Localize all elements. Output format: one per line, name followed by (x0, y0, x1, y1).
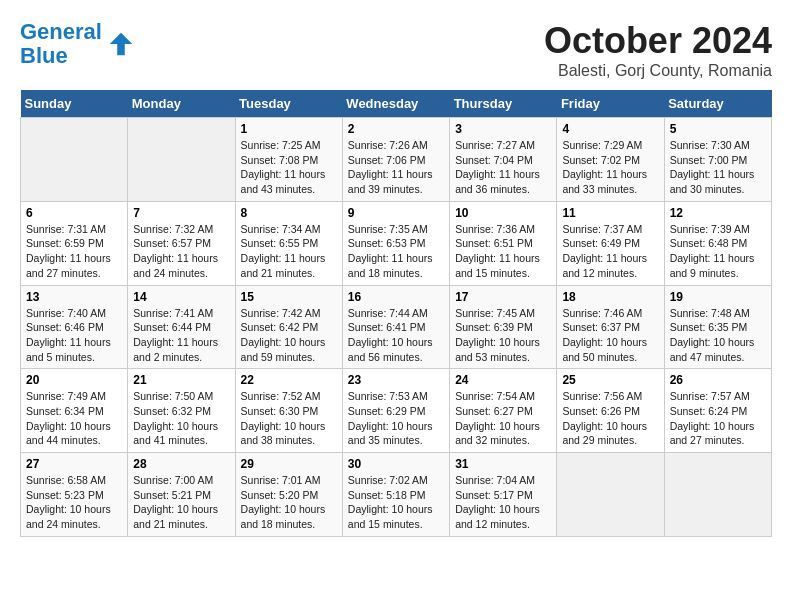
calendar-cell: 22Sunrise: 7:52 AMSunset: 6:30 PMDayligh… (235, 369, 342, 453)
day-number: 28 (133, 457, 229, 471)
calendar-cell: 23Sunrise: 7:53 AMSunset: 6:29 PMDayligh… (342, 369, 449, 453)
day-number: 15 (241, 290, 337, 304)
calendar-week-row: 27Sunrise: 6:58 AMSunset: 5:23 PMDayligh… (21, 453, 772, 537)
day-of-week-header: Sunday (21, 90, 128, 118)
calendar-cell: 12Sunrise: 7:39 AMSunset: 6:48 PMDayligh… (664, 201, 771, 285)
day-number: 24 (455, 373, 551, 387)
day-number: 14 (133, 290, 229, 304)
day-number: 26 (670, 373, 766, 387)
day-of-week-header: Friday (557, 90, 664, 118)
day-number: 3 (455, 122, 551, 136)
day-info: Sunrise: 7:04 AMSunset: 5:17 PMDaylight:… (455, 473, 551, 532)
calendar-cell (664, 453, 771, 537)
calendar-cell: 29Sunrise: 7:01 AMSunset: 5:20 PMDayligh… (235, 453, 342, 537)
day-info: Sunrise: 7:36 AMSunset: 6:51 PMDaylight:… (455, 222, 551, 281)
day-number: 12 (670, 206, 766, 220)
calendar-cell: 28Sunrise: 7:00 AMSunset: 5:21 PMDayligh… (128, 453, 235, 537)
day-info: Sunrise: 7:31 AMSunset: 6:59 PMDaylight:… (26, 222, 122, 281)
calendar-cell: 31Sunrise: 7:04 AMSunset: 5:17 PMDayligh… (450, 453, 557, 537)
day-number: 29 (241, 457, 337, 471)
calendar-table: SundayMondayTuesdayWednesdayThursdayFrid… (20, 90, 772, 537)
calendar-cell: 7Sunrise: 7:32 AMSunset: 6:57 PMDaylight… (128, 201, 235, 285)
day-of-week-header: Saturday (664, 90, 771, 118)
day-number: 19 (670, 290, 766, 304)
calendar-cell: 18Sunrise: 7:46 AMSunset: 6:37 PMDayligh… (557, 285, 664, 369)
day-info: Sunrise: 7:57 AMSunset: 6:24 PMDaylight:… (670, 389, 766, 448)
calendar-cell: 2Sunrise: 7:26 AMSunset: 7:06 PMDaylight… (342, 118, 449, 202)
day-number: 18 (562, 290, 658, 304)
day-info: Sunrise: 7:49 AMSunset: 6:34 PMDaylight:… (26, 389, 122, 448)
day-number: 21 (133, 373, 229, 387)
calendar-cell: 4Sunrise: 7:29 AMSunset: 7:02 PMDaylight… (557, 118, 664, 202)
calendar-cell: 6Sunrise: 7:31 AMSunset: 6:59 PMDaylight… (21, 201, 128, 285)
calendar-cell: 25Sunrise: 7:56 AMSunset: 6:26 PMDayligh… (557, 369, 664, 453)
day-info: Sunrise: 7:00 AMSunset: 5:21 PMDaylight:… (133, 473, 229, 532)
day-number: 8 (241, 206, 337, 220)
calendar-header-row: SundayMondayTuesdayWednesdayThursdayFrid… (21, 90, 772, 118)
month-title: October 2024 (544, 20, 772, 62)
day-number: 23 (348, 373, 444, 387)
day-number: 22 (241, 373, 337, 387)
day-info: Sunrise: 6:58 AMSunset: 5:23 PMDaylight:… (26, 473, 122, 532)
calendar-cell: 24Sunrise: 7:54 AMSunset: 6:27 PMDayligh… (450, 369, 557, 453)
day-number: 20 (26, 373, 122, 387)
logo-icon (106, 29, 136, 59)
day-info: Sunrise: 7:42 AMSunset: 6:42 PMDaylight:… (241, 306, 337, 365)
day-info: Sunrise: 7:27 AMSunset: 7:04 PMDaylight:… (455, 138, 551, 197)
day-number: 2 (348, 122, 444, 136)
day-number: 7 (133, 206, 229, 220)
calendar-cell (128, 118, 235, 202)
day-info: Sunrise: 7:32 AMSunset: 6:57 PMDaylight:… (133, 222, 229, 281)
day-info: Sunrise: 7:30 AMSunset: 7:00 PMDaylight:… (670, 138, 766, 197)
calendar-cell: 21Sunrise: 7:50 AMSunset: 6:32 PMDayligh… (128, 369, 235, 453)
day-info: Sunrise: 7:50 AMSunset: 6:32 PMDaylight:… (133, 389, 229, 448)
day-info: Sunrise: 7:40 AMSunset: 6:46 PMDaylight:… (26, 306, 122, 365)
logo: GeneralBlue (20, 20, 136, 68)
calendar-cell: 27Sunrise: 6:58 AMSunset: 5:23 PMDayligh… (21, 453, 128, 537)
day-info: Sunrise: 7:29 AMSunset: 7:02 PMDaylight:… (562, 138, 658, 197)
day-info: Sunrise: 7:45 AMSunset: 6:39 PMDaylight:… (455, 306, 551, 365)
day-number: 30 (348, 457, 444, 471)
calendar-cell: 30Sunrise: 7:02 AMSunset: 5:18 PMDayligh… (342, 453, 449, 537)
calendar-cell: 1Sunrise: 7:25 AMSunset: 7:08 PMDaylight… (235, 118, 342, 202)
title-block: October 2024 Balesti, Gorj County, Roman… (544, 20, 772, 80)
calendar-cell: 13Sunrise: 7:40 AMSunset: 6:46 PMDayligh… (21, 285, 128, 369)
calendar-week-row: 6Sunrise: 7:31 AMSunset: 6:59 PMDaylight… (21, 201, 772, 285)
day-info: Sunrise: 7:37 AMSunset: 6:49 PMDaylight:… (562, 222, 658, 281)
location-subtitle: Balesti, Gorj County, Romania (544, 62, 772, 80)
day-info: Sunrise: 7:48 AMSunset: 6:35 PMDaylight:… (670, 306, 766, 365)
day-number: 27 (26, 457, 122, 471)
calendar-cell: 20Sunrise: 7:49 AMSunset: 6:34 PMDayligh… (21, 369, 128, 453)
day-number: 16 (348, 290, 444, 304)
svg-marker-0 (110, 33, 133, 56)
calendar-cell: 17Sunrise: 7:45 AMSunset: 6:39 PMDayligh… (450, 285, 557, 369)
day-info: Sunrise: 7:52 AMSunset: 6:30 PMDaylight:… (241, 389, 337, 448)
day-number: 17 (455, 290, 551, 304)
day-of-week-header: Monday (128, 90, 235, 118)
calendar-cell: 19Sunrise: 7:48 AMSunset: 6:35 PMDayligh… (664, 285, 771, 369)
day-info: Sunrise: 7:53 AMSunset: 6:29 PMDaylight:… (348, 389, 444, 448)
day-number: 4 (562, 122, 658, 136)
calendar-cell: 5Sunrise: 7:30 AMSunset: 7:00 PMDaylight… (664, 118, 771, 202)
day-number: 31 (455, 457, 551, 471)
calendar-cell: 11Sunrise: 7:37 AMSunset: 6:49 PMDayligh… (557, 201, 664, 285)
day-number: 13 (26, 290, 122, 304)
calendar-cell: 9Sunrise: 7:35 AMSunset: 6:53 PMDaylight… (342, 201, 449, 285)
day-info: Sunrise: 7:25 AMSunset: 7:08 PMDaylight:… (241, 138, 337, 197)
day-info: Sunrise: 7:35 AMSunset: 6:53 PMDaylight:… (348, 222, 444, 281)
day-number: 25 (562, 373, 658, 387)
calendar-cell: 15Sunrise: 7:42 AMSunset: 6:42 PMDayligh… (235, 285, 342, 369)
calendar-cell: 10Sunrise: 7:36 AMSunset: 6:51 PMDayligh… (450, 201, 557, 285)
day-info: Sunrise: 7:39 AMSunset: 6:48 PMDaylight:… (670, 222, 766, 281)
day-info: Sunrise: 7:44 AMSunset: 6:41 PMDaylight:… (348, 306, 444, 365)
day-info: Sunrise: 7:41 AMSunset: 6:44 PMDaylight:… (133, 306, 229, 365)
day-info: Sunrise: 7:46 AMSunset: 6:37 PMDaylight:… (562, 306, 658, 365)
calendar-cell (557, 453, 664, 537)
day-of-week-header: Tuesday (235, 90, 342, 118)
day-info: Sunrise: 7:01 AMSunset: 5:20 PMDaylight:… (241, 473, 337, 532)
calendar-cell: 14Sunrise: 7:41 AMSunset: 6:44 PMDayligh… (128, 285, 235, 369)
day-number: 5 (670, 122, 766, 136)
day-of-week-header: Thursday (450, 90, 557, 118)
day-of-week-header: Wednesday (342, 90, 449, 118)
calendar-week-row: 1Sunrise: 7:25 AMSunset: 7:08 PMDaylight… (21, 118, 772, 202)
